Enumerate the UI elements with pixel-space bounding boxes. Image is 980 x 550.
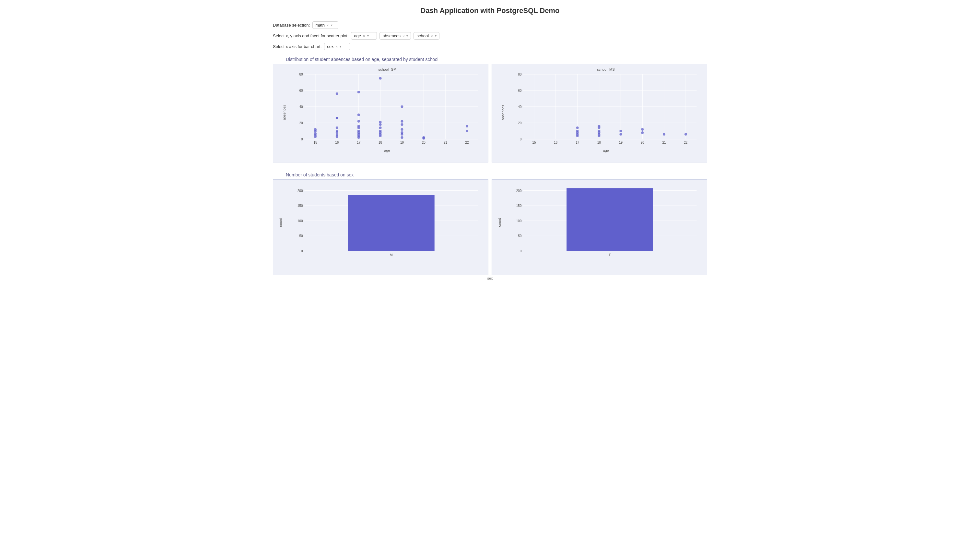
svg-point-67 [466, 125, 468, 128]
svg-point-66 [422, 137, 425, 140]
scatter-x-value: age [354, 33, 361, 38]
scatter-y-clear-icon[interactable]: × [402, 34, 404, 38]
svg-text:17: 17 [576, 141, 579, 144]
svg-text:60: 60 [299, 89, 303, 92]
scatter-x-arrow-icon[interactable]: ▾ [367, 34, 369, 38]
svg-point-39 [336, 136, 338, 138]
svg-text:M: M [390, 253, 393, 257]
scatter-x-clear-icon[interactable]: × [363, 34, 365, 38]
svg-text:18: 18 [597, 141, 601, 144]
db-clear-icon[interactable]: × [327, 23, 329, 27]
svg-text:80: 80 [299, 73, 303, 76]
bar-title: Number of students based on sex [286, 172, 707, 177]
svg-point-60 [401, 123, 403, 126]
svg-point-52 [379, 123, 382, 126]
svg-rect-124 [348, 195, 434, 251]
svg-text:100: 100 [298, 219, 303, 223]
scatter-facet-clear-icon[interactable]: × [431, 34, 433, 38]
svg-text:0: 0 [520, 137, 522, 141]
bar-x-arrow-icon[interactable]: ▾ [340, 45, 341, 48]
svg-text:0: 0 [301, 137, 303, 141]
svg-text:F: F [609, 253, 611, 257]
svg-point-61 [401, 128, 403, 131]
bar-label: Select x axis for bar chart: [273, 44, 321, 49]
svg-text:40: 40 [518, 105, 522, 108]
svg-point-37 [336, 131, 338, 134]
bar-y-axis-label-0: count [279, 218, 283, 227]
svg-text:0: 0 [520, 249, 522, 253]
svg-point-109 [641, 128, 644, 131]
svg-text:21: 21 [662, 141, 666, 144]
scatter-label: Select x, y axis and facet for scatter p… [273, 33, 348, 38]
bar-x-clear-icon[interactable]: × [336, 45, 338, 49]
scatter-y-arrow-icon[interactable]: ▾ [406, 34, 408, 38]
bar-section: Number of students based on sex count050… [273, 172, 707, 280]
svg-point-51 [379, 121, 382, 124]
svg-point-59 [401, 120, 403, 123]
scatter-plot-area-0: 0204060801516171819202122 [290, 73, 485, 147]
bar-axis-row: Select x axis for bar chart: sex × ▾ [273, 43, 707, 50]
scatter-facet-dropdown[interactable]: school × ▾ [414, 32, 439, 40]
y-axis-label-0: absences [282, 105, 286, 120]
svg-point-35 [336, 126, 338, 129]
svg-rect-137 [566, 188, 653, 251]
scatter-plot-area-1: 0204060801516171819202122 [508, 73, 703, 147]
svg-point-50 [379, 77, 382, 80]
svg-text:50: 50 [518, 234, 522, 238]
svg-text:18: 18 [379, 141, 382, 144]
scatter-title: Distribution of student absences based o… [286, 57, 707, 62]
bar-x-label: sex [273, 276, 707, 280]
scatter-y-dropdown[interactable]: absences × ▾ [380, 32, 411, 40]
db-label: Database selection: [273, 23, 310, 27]
svg-text:15: 15 [313, 141, 317, 144]
svg-text:100: 100 [516, 219, 522, 223]
svg-point-64 [401, 136, 403, 139]
svg-point-108 [619, 133, 622, 136]
page-title: Dash Application with PostgreSQL Demo [273, 6, 707, 15]
svg-point-112 [684, 133, 687, 136]
svg-text:20: 20 [641, 141, 644, 144]
scatter-svg-1: 0204060801516171819202122 [508, 73, 703, 147]
svg-point-29 [314, 132, 317, 135]
svg-point-44 [358, 126, 360, 129]
svg-text:40: 40 [299, 105, 303, 108]
bar-svg-0: 050100150200M [290, 183, 485, 261]
svg-point-53 [379, 126, 382, 129]
svg-text:17: 17 [357, 141, 361, 144]
svg-point-68 [466, 130, 468, 132]
scatter-y-value: absences [382, 33, 401, 38]
scatter-facet-arrow-icon[interactable]: ▾ [435, 34, 436, 38]
bar-x-dropdown[interactable]: sex × ▾ [324, 43, 350, 50]
svg-point-41 [358, 113, 360, 116]
facet-label-0: school=GP [290, 67, 485, 71]
scatter-x-dropdown[interactable]: age × ▾ [351, 32, 377, 40]
svg-text:150: 150 [298, 204, 303, 207]
svg-text:200: 200 [516, 189, 522, 193]
svg-point-63 [401, 133, 403, 136]
svg-text:20: 20 [299, 121, 303, 125]
svg-text:60: 60 [518, 89, 522, 92]
svg-text:80: 80 [518, 73, 522, 76]
scatter-facet-value: school [417, 33, 429, 38]
svg-text:20: 20 [422, 141, 426, 144]
db-arrow-icon[interactable]: ▾ [331, 23, 332, 27]
scatter-container: school=GPabsences02040608015161718192021… [273, 64, 707, 163]
svg-point-49 [358, 136, 360, 139]
scatter-svg-0: 0204060801516171819202122 [290, 73, 485, 147]
db-dropdown[interactable]: math × ▾ [312, 21, 338, 29]
svg-point-110 [641, 131, 644, 134]
svg-point-106 [598, 135, 600, 137]
bar-svg-1: 050100150200F [508, 183, 703, 261]
svg-point-57 [379, 135, 382, 137]
bar-y-axis-label-1: count [498, 218, 501, 227]
db-value: math [315, 23, 325, 27]
bar-x-value: sex [327, 44, 334, 49]
svg-point-33 [336, 92, 338, 95]
bar-container: count050100150200Mcount050100150200F [273, 179, 707, 275]
x-axis-label-0: age [290, 148, 485, 152]
svg-text:22: 22 [684, 141, 688, 144]
svg-text:21: 21 [444, 141, 447, 144]
svg-point-42 [358, 120, 360, 123]
bar-panel-1: count050100150200F [492, 179, 707, 275]
facet-label-1: school=MS [508, 67, 703, 71]
